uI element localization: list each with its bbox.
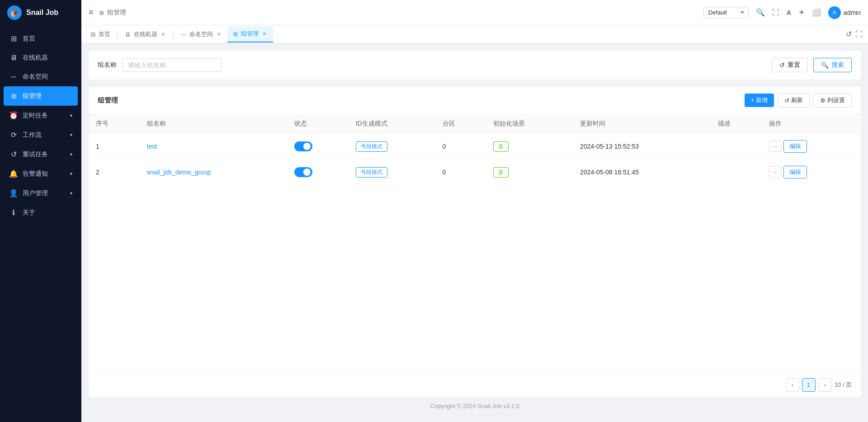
tab-close-icon[interactable]: ✕ — [216, 30, 222, 38]
more-button[interactable]: ··· — [769, 166, 782, 178]
admin-label: admin — [844, 9, 861, 16]
chevron-down-icon: ▾ — [70, 113, 72, 118]
tab-namespace[interactable]: ↔ 命名空间 ✕ — [175, 26, 227, 42]
user-icon: 👤 — [9, 189, 18, 197]
refresh-label: 刷新 — [791, 96, 803, 104]
cell-partition: 0 — [435, 159, 486, 185]
namespace-selector[interactable]: Default — [703, 7, 749, 18]
col-update-time: 更新时间 — [573, 114, 711, 134]
tab-online-machines[interactable]: 🖥 在线机器 ✕ — [119, 26, 172, 42]
edit-button[interactable]: 编辑 — [783, 166, 807, 178]
sidebar-item-retry-tasks[interactable]: ↺ 重试任务 ▾ — [0, 145, 81, 164]
tab-close-icon[interactable]: ✕ — [160, 30, 166, 38]
tab-label: 在线机器 — [134, 30, 157, 38]
cell-status[interactable] — [287, 134, 348, 159]
reset-icon: ↺ — [779, 61, 785, 69]
table-header-row: 序号 组名称 状态 ID生成模式 分区 初始化场景 更新时间 描述 操作 — [89, 114, 861, 134]
layout-icon[interactable]: ⬜ — [812, 8, 821, 17]
id-mode-badge: 号段模式 — [356, 141, 387, 152]
group-name-input[interactable] — [122, 58, 222, 72]
pagination: ‹ 1 › 10 / 页 — [89, 372, 861, 397]
expand-tabs-icon[interactable]: ⛶ — [855, 30, 863, 38]
search-label: 搜索 — [831, 61, 844, 69]
sidebar-item-label: 定时任务 — [23, 112, 48, 120]
toggle-slider — [294, 167, 312, 177]
admin-menu[interactable]: A admin — [828, 6, 861, 19]
sidebar-item-user-management[interactable]: 👤 用户管理 ▾ — [0, 183, 81, 203]
tab-close-icon[interactable]: ✕ — [261, 30, 268, 38]
col-index: 序号 — [89, 114, 140, 134]
add-button[interactable]: + 新增 — [745, 94, 774, 107]
sidebar: 🐌 Snail Job ⊞ 首页 🖥 在线机器 ↔ 命名空间 ⊚ 组管理 ⏰ 定… — [0, 0, 81, 422]
retry-icon: ↺ — [9, 150, 18, 159]
prev-page-button[interactable]: ‹ — [786, 378, 799, 392]
tab-group-icon: ⊚ — [233, 30, 238, 38]
fullscreen-icon[interactable]: ⛶ — [772, 9, 779, 17]
sidebar-item-label: 工作流 — [23, 131, 42, 139]
search-button[interactable]: 🔍 搜索 — [813, 58, 852, 72]
cell-index: 2 — [89, 159, 140, 185]
sidebar-item-scheduled-tasks[interactable]: ⏰ 定时任务 ▾ — [0, 106, 81, 125]
footer: Copyright © 2024 Snail Job v3.1.0 — [89, 397, 861, 415]
logo[interactable]: 🐌 Snail Job — [0, 0, 81, 25]
avatar: A — [828, 6, 841, 19]
sidebar-item-label: 重试任务 — [23, 150, 48, 159]
col-description: 描述 — [711, 114, 762, 134]
row-name-link[interactable]: test — [147, 143, 157, 150]
row-name-link[interactable]: snail_job_demo_group — [147, 169, 211, 176]
content-area: 组名称 ↺ 重置 🔍 搜索 组管理 + 新增 ↺ — [81, 43, 868, 422]
status-toggle[interactable] — [294, 141, 312, 151]
reset-button[interactable]: ↺ 重置 — [772, 58, 808, 72]
cell-id-mode: 号段模式 — [349, 134, 435, 159]
sidebar-item-namespace[interactable]: ↔ 命名空间 — [0, 67, 81, 86]
logo-text: Snail Job — [26, 9, 58, 17]
refresh-tabs-icon[interactable]: ↺ — [846, 30, 852, 38]
tab-separator: | — [172, 31, 175, 38]
clock-icon: ⏰ — [9, 111, 18, 120]
col-name: 组名称 — [140, 114, 288, 134]
theme-icon[interactable]: ☀ — [798, 8, 805, 17]
translate-icon[interactable]: A — [787, 9, 791, 16]
page-1-button[interactable]: 1 — [802, 378, 816, 392]
cell-description — [711, 134, 762, 159]
sidebar-item-online-machines[interactable]: 🖥 在线机器 — [0, 48, 81, 67]
page-number: 1 — [807, 382, 810, 388]
tab-home[interactable]: ⊞ 首页 — [85, 26, 116, 42]
topbar-right: Default 🔍 ⛶ A ☀ ⬜ A admin — [703, 6, 861, 19]
cell-name: snail_job_demo_group — [140, 159, 288, 185]
logo-icon: 🐌 — [7, 5, 22, 20]
col-partition: 分区 — [435, 114, 486, 134]
breadcrumb-text: 组管理 — [107, 9, 126, 17]
sidebar-item-workflow[interactable]: ⟳ 工作流 ▾ — [0, 125, 81, 145]
search-icon[interactable]: 🔍 — [756, 8, 765, 17]
edit-button[interactable]: 编辑 — [783, 140, 807, 153]
add-label: + 新增 — [751, 96, 768, 104]
refresh-button[interactable]: ↺ 刷新 — [778, 93, 810, 108]
page-size-info: 10 / 页 — [835, 381, 852, 389]
col-id-mode: ID生成模式 — [349, 114, 435, 134]
table-header: 组管理 + 新增 ↺ 刷新 ⚙ 列设置 — [89, 87, 861, 114]
sidebar-item-about[interactable]: ℹ 关于 — [0, 203, 81, 222]
main-area: ≡ ⊚ 组管理 Default 🔍 ⛶ A ☀ ⬜ A admin ⊞ 首页 — [81, 0, 868, 422]
tab-separator: | — [116, 31, 119, 38]
sidebar-item-home[interactable]: ⊞ 首页 — [0, 29, 81, 48]
cell-status[interactable] — [287, 159, 348, 185]
more-button[interactable]: ··· — [769, 141, 782, 152]
sidebar-item-alerts[interactable]: 🔔 告警通知 ▾ — [0, 164, 81, 183]
footer-text: Copyright © 2024 Snail Job v3.1.0 — [430, 403, 519, 409]
namespace-icon: ↔ — [9, 73, 18, 81]
column-settings-button[interactable]: ⚙ 列设置 — [813, 93, 852, 108]
sidebar-item-label: 在线机器 — [23, 54, 48, 62]
sidebar-item-group-management[interactable]: ⊚ 组管理 — [4, 86, 78, 106]
menu-toggle-icon[interactable]: ≡ — [89, 8, 94, 17]
table-row: 1 test 号段模式 — [89, 134, 861, 159]
topbar: ≡ ⊚ 组管理 Default 🔍 ⛶ A ☀ ⬜ A admin — [81, 0, 868, 25]
cell-name: test — [140, 134, 288, 159]
status-toggle[interactable] — [294, 167, 312, 177]
tab-group-management[interactable]: ⊚ 组管理 ✕ — [227, 26, 273, 42]
cell-id-mode: 号段模式 — [349, 159, 435, 185]
group-icon: ⊚ — [9, 92, 18, 100]
cell-partition: 0 — [435, 134, 486, 159]
next-page-button[interactable]: › — [818, 378, 832, 392]
table-actions: + 新增 ↺ 刷新 ⚙ 列设置 — [745, 93, 852, 108]
